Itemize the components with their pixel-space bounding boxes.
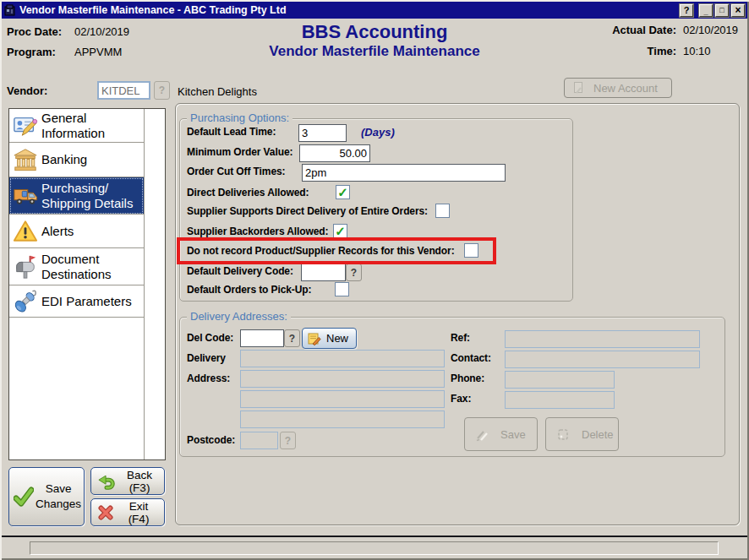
supplier-direct-entire-checkbox[interactable] — [435, 204, 450, 218]
date-time-block: Actual Date: 02/10/2019 Time: 10:10 — [612, 24, 741, 57]
new-button-label: New — [326, 332, 348, 345]
exit-button-label: Exit (F4) — [120, 500, 157, 525]
sidebar-item-banking[interactable]: Banking — [9, 143, 144, 177]
postcode-input — [240, 432, 278, 449]
program-label: Program: — [7, 46, 74, 58]
actual-date-label: Actual Date: — [612, 24, 676, 36]
id-card-icon — [9, 113, 41, 139]
app-icon — [4, 4, 17, 17]
save-changes-label: Save Changes — [36, 481, 81, 511]
sidebar-item-document-destinations[interactable]: Document Destinations — [9, 248, 144, 285]
supplier-backorders-label: Supplier Backorders Allowed: — [187, 226, 328, 237]
truck-icon — [9, 183, 41, 209]
maximize-button[interactable]: □ — [715, 4, 729, 17]
default-delivery-code-lookup-button[interactable]: ? — [346, 264, 362, 281]
contact-input — [505, 351, 700, 368]
default-orders-pickup-checkbox[interactable] — [335, 282, 349, 296]
window-title: Vendor Masterfile Maintenance - ABC Trad… — [19, 4, 677, 16]
delivery-address-line-3 — [240, 390, 445, 408]
new-delivery-address-button[interactable]: New — [302, 328, 357, 349]
phone-input — [505, 371, 615, 389]
delivery-addresses-group: Delivery Addresses: Del Code: ? New Ref:… — [179, 317, 725, 457]
sidebar-item-label: EDI Parameters — [41, 294, 132, 308]
delivery-address-line-4 — [240, 410, 445, 428]
new-note-icon — [308, 332, 321, 345]
sidebar-item-alerts[interactable]: Alerts — [9, 215, 144, 248]
order-cut-off-times-label: Order Cut Off Times: — [187, 166, 285, 177]
delivery-address-label-line2: Address: — [187, 373, 230, 384]
delete-delivery-label: Delete — [582, 428, 614, 441]
default-orders-pickup-label: Default Orders to Pick-Up: — [187, 285, 311, 296]
sidebar: General Information Banking Purchasing/ … — [8, 108, 166, 460]
postcode-label: Postcode: — [187, 435, 235, 446]
titlebar: Vendor Masterfile Maintenance - ABC Trad… — [2, 2, 747, 19]
direct-deliveries-checkbox[interactable]: ✓ — [336, 185, 350, 199]
sidebar-item-label: General Information — [41, 111, 105, 140]
help-button[interactable]: ? — [680, 4, 693, 17]
default-lead-time-label: Default Lead Time: — [187, 127, 276, 138]
fax-label: Fax: — [451, 394, 471, 405]
default-delivery-code-label: Default Delivery Code: — [187, 266, 293, 277]
ref-label: Ref: — [451, 333, 470, 344]
save-pen-icon — [475, 427, 490, 442]
purchasing-options-legend: Purchasing Options: — [187, 111, 292, 124]
phone-label: Phone: — [451, 373, 484, 384]
minimum-order-value-label: Minimum Order Value: — [187, 147, 292, 158]
delivery-addresses-legend: Delivery Addresses: — [187, 310, 291, 323]
supplier-backorders-checkbox[interactable]: ✓ — [333, 224, 347, 238]
close-button[interactable]: × — [731, 4, 745, 17]
proc-date-label: Proc Date: — [7, 25, 74, 38]
sidebar-item-label: Alerts — [41, 224, 74, 238]
new-account-button: New Account — [564, 78, 672, 98]
minimum-order-value-input[interactable] — [299, 144, 370, 162]
delete-delivery-button: Delete — [545, 417, 619, 451]
sidebar-list: General Information Banking Purchasing/ … — [9, 109, 145, 459]
actual-date-value: 02/10/2019 — [683, 24, 741, 36]
purchasing-options-group: Purchasing Options: Default Lead Time: (… — [179, 118, 573, 302]
back-arrow-icon — [98, 473, 115, 490]
red-x-icon — [98, 505, 113, 520]
back-button-label: Back (F3) — [122, 469, 157, 494]
green-check-icon — [14, 487, 34, 507]
postcode-lookup-button: ? — [280, 432, 296, 449]
new-account-icon — [573, 81, 585, 95]
program-value: APPVMM — [74, 46, 122, 58]
minimize-button[interactable]: _ — [699, 4, 713, 17]
save-changes-button[interactable]: Save Changes — [8, 467, 85, 526]
vendor-lookup-button: ? — [154, 81, 170, 100]
del-code-lookup-button[interactable]: ? — [284, 329, 300, 347]
exit-button[interactable]: Exit (F4) — [90, 498, 165, 526]
sidebar-item-purchasing-shipping[interactable]: Purchasing/ Shipping Details — [9, 177, 144, 215]
supplier-direct-entire-label: Supplier Supports Direct Delivery of Ent… — [187, 206, 428, 217]
save-delivery-label: Save — [500, 428, 526, 441]
vendor-code-input[interactable] — [97, 81, 150, 100]
new-account-label: New Account — [593, 82, 658, 95]
direct-deliveries-label: Direct Deliveries Allowed: — [187, 188, 309, 198]
bank-icon — [9, 147, 41, 172]
vendor-label: Vendor: — [7, 84, 47, 97]
delivery-address-line-1 — [240, 350, 445, 367]
order-cut-off-times-input[interactable] — [302, 164, 506, 182]
sidebar-item-label: Banking — [41, 152, 87, 166]
del-code-input[interactable] — [240, 329, 284, 347]
sidebar-item-edi-parameters[interactable]: EDI Parameters — [9, 285, 144, 318]
ref-input — [505, 330, 700, 348]
default-lead-time-input[interactable] — [298, 124, 347, 142]
save-delivery-button: Save — [464, 417, 538, 451]
vendor-name: Kitchen Delights — [178, 85, 257, 98]
proc-date-value: 02/10/2019 — [74, 25, 129, 38]
sidebar-item-general-information[interactable]: General Information — [9, 109, 144, 143]
no-product-supplier-records-checkbox[interactable] — [464, 243, 478, 258]
contact-label: Contact: — [451, 353, 491, 364]
delete-icon — [556, 427, 571, 442]
app-window: Vendor Masterfile Maintenance - ABC Trad… — [0, 0, 749, 560]
days-note: (Days) — [361, 126, 395, 139]
mailbox-icon — [9, 254, 41, 280]
plug-icon — [9, 289, 41, 314]
time-label: Time: — [612, 45, 676, 57]
default-delivery-code-input[interactable] — [301, 264, 346, 281]
warning-icon — [9, 219, 41, 244]
back-button[interactable]: Back (F3) — [90, 467, 165, 495]
del-code-label: Del Code: — [187, 333, 233, 344]
proc-date-row: Proc Date:02/10/2019 — [7, 24, 129, 39]
